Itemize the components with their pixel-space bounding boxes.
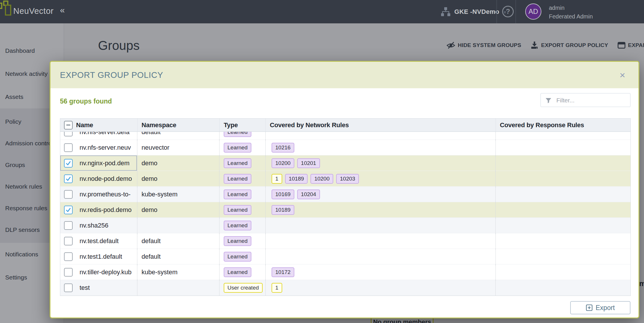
column-label: Covered by Network Rules	[270, 121, 349, 129]
response-rules-cell	[496, 280, 630, 295]
response-rules-cell	[496, 171, 630, 186]
network-rules-cell: 10189	[266, 202, 496, 217]
rule-id-badge: 1	[272, 174, 282, 184]
row-checkbox[interactable]	[64, 159, 73, 168]
column-header-covered-by-network-rules[interactable]: Covered by Network Rules	[266, 119, 496, 132]
help-icon[interactable]: ?	[502, 6, 514, 17]
type-badge: Learned	[224, 132, 251, 137]
group-name: nv.nfs-server.defa	[80, 132, 129, 136]
network-rules-cell: 1	[266, 280, 496, 295]
group-type-cell: Learned	[220, 187, 266, 202]
column-header-name[interactable]: Name	[60, 119, 138, 132]
table-row[interactable]: nv.nfs-server.neuvneuvectorLearned10216	[60, 140, 630, 155]
dialog-title: EXPORT GROUP POLICY	[60, 70, 163, 80]
table-row[interactable]: nv.prometheus-to-kube-systemLearned10169…	[60, 187, 630, 202]
type-badge: Learned	[224, 158, 251, 168]
response-rules-cell	[496, 202, 630, 217]
cluster-name: GKE -NVDemo	[454, 8, 499, 16]
group-name: nv.nfs-server.neuv	[80, 144, 131, 151]
rule-id-badge: 10200	[272, 158, 294, 168]
group-name: nv.nginx-pod.dem	[80, 159, 129, 167]
brand-title: NeuVector	[13, 6, 54, 16]
network-rules-cell: 1020010201	[266, 155, 496, 171]
group-namespace: demo	[138, 155, 220, 171]
export-button[interactable]: Export	[570, 301, 630, 314]
user-info: admin Federated Admin	[549, 3, 593, 21]
group-type-cell: Learned	[220, 218, 266, 233]
row-checkbox[interactable]	[64, 206, 73, 214]
group-name: test	[80, 284, 90, 292]
column-header-covered-by-response-rules[interactable]: Covered by Response Rules	[496, 119, 630, 132]
row-checkbox[interactable]	[64, 174, 73, 183]
table-row[interactable]: nv.node-pod.demodemoLearned1101891020010…	[60, 171, 630, 187]
group-type-cell: Learned	[220, 155, 266, 171]
column-header-type[interactable]: Type	[220, 119, 266, 132]
filter-input[interactable]	[556, 93, 629, 107]
table-row[interactable]: nv.sha256Learned	[60, 218, 630, 233]
rule-id-badge: 10204	[297, 189, 320, 199]
grid-body: nv.nfs-server.defadefaultLearnednv.nfs-s…	[60, 132, 630, 296]
cluster-selector[interactable]: GKE -NVDemo ▼	[440, 0, 507, 23]
table-row[interactable]: nv.nfs-server.defadefaultLearned	[60, 132, 630, 140]
column-label: Namespace	[142, 121, 176, 129]
table-row[interactable]: nv.nginx-pod.demdemoLearned1020010201	[60, 155, 630, 171]
type-badge: Learned	[224, 267, 251, 277]
response-rules-cell	[496, 249, 630, 264]
avatar[interactable]: AD	[525, 3, 541, 20]
group-namespace: default	[138, 132, 220, 140]
network-rules-cell	[266, 132, 496, 140]
row-checkbox[interactable]	[64, 283, 73, 292]
group-namespace: neuvector	[138, 140, 220, 155]
rule-id-badge: 10169	[272, 189, 294, 199]
close-icon[interactable]: ×	[619, 70, 625, 80]
table-row[interactable]: nv.tiller-deploy.kubkube-systemLearned10…	[60, 264, 630, 280]
group-name: nv.prometheus-to-	[80, 191, 131, 198]
table-row[interactable]: nv.test.defaultdefaultLearned	[60, 233, 630, 249]
group-namespace: demo	[138, 202, 220, 217]
row-checkbox[interactable]	[64, 143, 73, 152]
group-type-cell: Learned	[220, 140, 266, 155]
plus-square-icon	[586, 304, 593, 311]
group-name: nv.sha256	[80, 222, 108, 229]
dialog-header: EXPORT GROUP POLICY ×	[50, 62, 639, 88]
row-checkbox[interactable]	[64, 237, 73, 245]
column-label: Type	[224, 121, 238, 129]
group-name: nv.redis-pod.demo	[80, 206, 132, 214]
row-checkbox[interactable]	[64, 132, 73, 136]
network-rules-cell: 1101891020010203	[266, 171, 496, 186]
response-rules-cell	[496, 264, 630, 280]
column-header-namespace[interactable]: Namespace	[138, 119, 220, 132]
response-rules-cell	[496, 140, 630, 155]
rule-id-badge: 1	[272, 283, 282, 293]
group-name: nv.tiller-deploy.kub	[80, 268, 131, 276]
type-badge: Learned	[224, 221, 251, 230]
group-namespace: kube-system	[138, 187, 220, 202]
group-namespace: default	[138, 233, 220, 249]
rule-id-badge: 10201	[297, 158, 320, 168]
table-row[interactable]: nv.redis-pod.demodemoLearned10189	[60, 202, 630, 218]
group-namespace	[138, 218, 220, 233]
select-all-checkbox[interactable]	[64, 121, 73, 129]
table-row[interactable]: nv.test1.defaultdefaultLearned	[60, 249, 630, 264]
rule-id-badge: 10200	[310, 174, 333, 184]
response-rules-cell	[496, 155, 630, 171]
group-type-cell: Learned	[220, 202, 266, 217]
rule-id-badge: 10203	[336, 174, 359, 184]
type-badge: Learned	[224, 236, 251, 246]
row-checkbox[interactable]	[64, 268, 73, 277]
table-row[interactable]: testUser created1	[60, 280, 630, 296]
group-name: nv.test1.default	[80, 253, 122, 260]
divider	[496, 0, 497, 23]
row-checkbox[interactable]	[64, 221, 73, 230]
group-type-cell: User created	[220, 280, 266, 295]
screen: { "topbar": { "brand": "NeuVector", "col…	[0, 0, 644, 323]
row-checkbox[interactable]	[64, 252, 73, 261]
response-rules-cell	[496, 132, 630, 140]
group-type-cell: Learned	[220, 233, 266, 249]
type-badge: Learned	[224, 252, 251, 262]
response-rules-cell	[496, 218, 630, 233]
row-checkbox[interactable]	[64, 190, 73, 199]
collapse-sidebar-icon[interactable]: «	[60, 5, 65, 15]
table-header-row: NameNamespaceTypeCovered by Network Rule…	[60, 119, 630, 132]
groups-table: NameNamespaceTypeCovered by Network Rule…	[60, 118, 631, 296]
